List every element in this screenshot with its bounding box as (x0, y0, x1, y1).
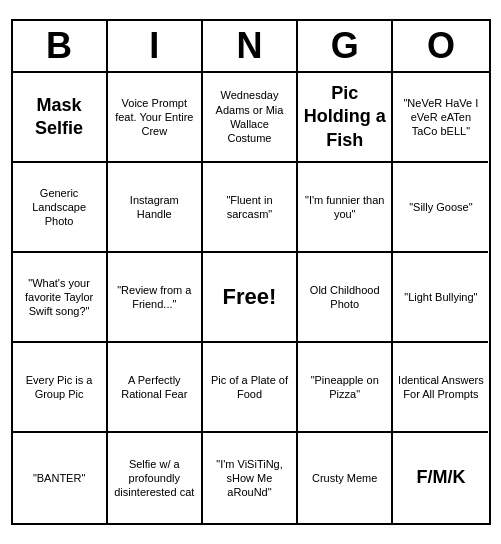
header-letter-g: G (298, 21, 393, 71)
header-letter-n: N (203, 21, 298, 71)
bingo-cell-3[interactable]: Pic Holding a Fish (298, 73, 393, 163)
bingo-cell-16[interactable]: A Perfectly Rational Fear (108, 343, 203, 433)
header-letter-o: O (393, 21, 488, 71)
bingo-cell-7[interactable]: "Fluent in sarcasm" (203, 163, 298, 253)
bingo-cell-2[interactable]: Wednesday Adams or Mia Wallace Costume (203, 73, 298, 163)
bingo-header: BINGO (13, 21, 489, 73)
bingo-cell-8[interactable]: "I'm funnier than you" (298, 163, 393, 253)
bingo-cell-23[interactable]: Crusty Meme (298, 433, 393, 523)
bingo-cell-22[interactable]: "I'm ViSiTiNg, sHow Me aRouNd" (203, 433, 298, 523)
bingo-cell-12[interactable]: Free! (203, 253, 298, 343)
bingo-cell-9[interactable]: "Silly Goose" (393, 163, 488, 253)
bingo-cell-11[interactable]: "Review from a Friend..." (108, 253, 203, 343)
bingo-cell-19[interactable]: Identical Answers For All Prompts (393, 343, 488, 433)
bingo-cell-18[interactable]: "Pineapple on Pizza" (298, 343, 393, 433)
bingo-cell-24[interactable]: F/M/K (393, 433, 488, 523)
bingo-cell-14[interactable]: "Light Bullying" (393, 253, 488, 343)
bingo-cell-1[interactable]: Voice Prompt feat. Your Entire Crew (108, 73, 203, 163)
header-letter-b: B (13, 21, 108, 71)
bingo-cell-13[interactable]: Old Childhood Photo (298, 253, 393, 343)
header-letter-i: I (108, 21, 203, 71)
bingo-card: BINGO Mask SelfieVoice Prompt feat. Your… (11, 19, 491, 525)
bingo-cell-15[interactable]: Every Pic is a Group Pic (13, 343, 108, 433)
bingo-cell-17[interactable]: Pic of a Plate of Food (203, 343, 298, 433)
bingo-cell-21[interactable]: Selfie w/ a profoundly disinterested cat (108, 433, 203, 523)
bingo-cell-0[interactable]: Mask Selfie (13, 73, 108, 163)
bingo-cell-5[interactable]: Generic Landscape Photo (13, 163, 108, 253)
bingo-cell-4[interactable]: "NeVeR HaVe I eVeR eATen TaCo bELL" (393, 73, 488, 163)
bingo-cell-20[interactable]: "BANTER" (13, 433, 108, 523)
bingo-cell-6[interactable]: Instagram Handle (108, 163, 203, 253)
bingo-cell-10[interactable]: "What's your favorite Taylor Swift song?… (13, 253, 108, 343)
bingo-grid: Mask SelfieVoice Prompt feat. Your Entir… (13, 73, 489, 523)
